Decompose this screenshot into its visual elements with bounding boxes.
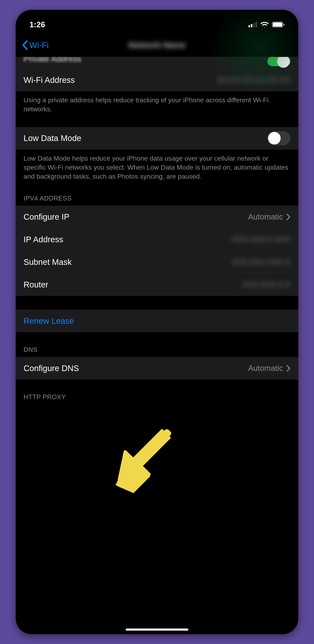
cellular-icon xyxy=(249,22,257,27)
svg-rect-6 xyxy=(283,24,284,26)
svg-rect-3 xyxy=(256,22,257,27)
row-configure-dns[interactable]: Configure DNS Automatic xyxy=(16,357,298,380)
svg-rect-1 xyxy=(251,24,252,27)
private-address-footer: Using a private address helps reduce tra… xyxy=(16,91,298,122)
battery-icon xyxy=(272,22,285,28)
low-data-mode-toggle[interactable] xyxy=(267,131,291,145)
cell-label: Router xyxy=(23,280,48,290)
status-icons xyxy=(249,22,285,28)
cell-value: Automatic xyxy=(248,212,291,221)
section-header-http-proxy: HTTP PROXY xyxy=(16,388,298,404)
status-time: 1:26 xyxy=(29,20,45,29)
cell-label: Renew Lease xyxy=(23,316,74,326)
chevron-left-icon xyxy=(21,40,29,50)
wifi-icon xyxy=(260,22,269,28)
low-data-footer: Low Data Mode helps reduce your iPhone d… xyxy=(16,150,298,189)
cell-value: XXX.XXX.X.X xyxy=(242,280,291,289)
svg-rect-5 xyxy=(273,22,282,27)
cell-label: Subnet Mask xyxy=(23,258,72,267)
settings-content: Private Address Wi-Fi Address XX:XX:XX:X… xyxy=(16,57,298,404)
row-low-data-mode[interactable]: Low Data Mode xyxy=(16,127,298,150)
private-address-toggle[interactable] xyxy=(267,57,291,66)
nav-title: Network Name xyxy=(128,40,186,50)
status-bar: 1:26 xyxy=(16,10,298,34)
cell-label: IP Address xyxy=(23,235,63,244)
back-label: Wi-Fi xyxy=(29,40,49,50)
row-renew-lease[interactable]: Renew Lease xyxy=(16,310,298,332)
chevron-right-icon xyxy=(287,214,291,220)
cell-label: Configure IP xyxy=(23,212,69,222)
row-private-address[interactable]: Private Address xyxy=(16,57,298,69)
cell-label: Low Data Mode xyxy=(23,134,81,143)
cell-value: Automatic xyxy=(248,364,291,373)
cell-value: XXX.XXX.X.XXX xyxy=(232,235,291,244)
row-ip-address: IP Address XXX.XXX.X.XXX xyxy=(16,228,298,251)
back-button[interactable]: Wi-Fi xyxy=(21,40,49,50)
svg-rect-0 xyxy=(249,25,250,27)
nav-bar: Wi-Fi Network Name xyxy=(16,34,298,57)
chevron-right-icon xyxy=(287,365,291,372)
cell-label: Configure DNS xyxy=(23,364,79,373)
row-router: Router XXX.XXX.X.X xyxy=(16,273,298,296)
row-subnet-mask: Subnet Mask XXX.XXX.XXX.X xyxy=(16,251,298,273)
section-header-ipv4: IPV4 ADDRESS xyxy=(16,189,298,206)
cell-label: Private Address xyxy=(23,57,81,64)
cell-label: Wi-Fi Address xyxy=(23,76,75,85)
row-configure-ip[interactable]: Configure IP Automatic xyxy=(16,206,298,228)
cell-value: XX:XX:XX:XX:XX:XX xyxy=(217,76,291,84)
section-header-dns: DNS xyxy=(16,340,298,357)
annotation-arrow-icon xyxy=(106,424,181,499)
row-wifi-address: Wi-Fi Address XX:XX:XX:XX:XX:XX xyxy=(16,69,298,91)
home-indicator[interactable] xyxy=(126,628,188,631)
svg-rect-2 xyxy=(253,23,255,27)
cell-value: XXX.XXX.XXX.X xyxy=(232,258,291,266)
